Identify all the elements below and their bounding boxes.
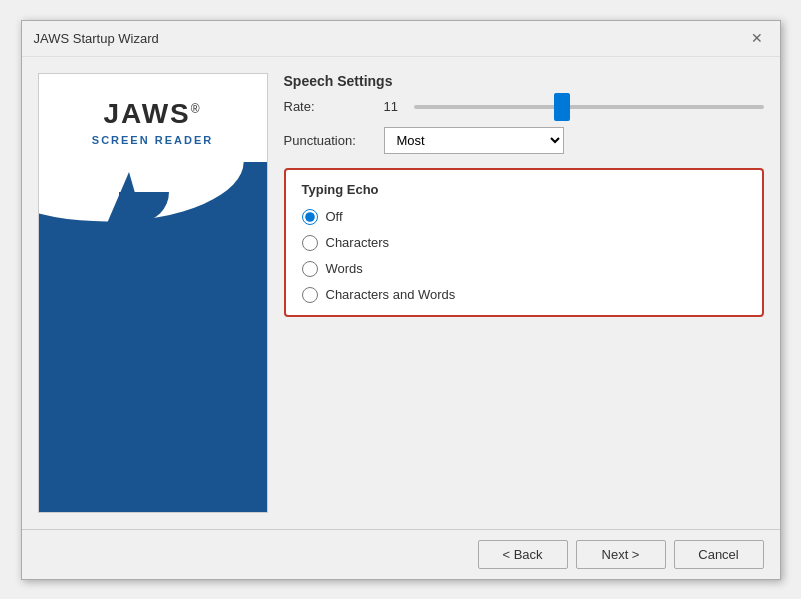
settings-panel: Speech Settings Rate: 11 Punctuation: [284, 73, 764, 513]
shark-illustration [39, 162, 267, 512]
close-button[interactable]: ✕ [746, 27, 768, 49]
slider-track [414, 105, 764, 109]
back-button[interactable]: < Back [478, 540, 568, 569]
dialog-body: JAWS® SCREEN READER Speech Settings Rate… [22, 57, 780, 529]
echo-off-radio[interactable] [302, 209, 318, 225]
echo-off-label: Off [326, 209, 343, 224]
speech-settings-title: Speech Settings [284, 73, 764, 89]
echo-words-radio[interactable] [302, 261, 318, 277]
logo-panel: JAWS® SCREEN READER [38, 73, 268, 513]
rate-slider-container [414, 97, 764, 117]
punctuation-label: Punctuation: [284, 133, 374, 148]
typing-echo-group: Typing Echo Off Characters Words Charact… [284, 168, 764, 317]
rate-slider-thumb[interactable] [554, 93, 570, 121]
screen-reader-subtitle: SCREEN READER [92, 134, 213, 146]
punctuation-row: Punctuation: Most All Some None [284, 127, 764, 154]
echo-chars-words-label: Characters and Words [326, 287, 456, 302]
echo-chars-words-option[interactable]: Characters and Words [302, 287, 746, 303]
cancel-button[interactable]: Cancel [674, 540, 764, 569]
echo-chars-words-radio[interactable] [302, 287, 318, 303]
jaws-logo: JAWS® [103, 98, 201, 130]
echo-words-option[interactable]: Words [302, 261, 746, 277]
echo-characters-option[interactable]: Characters [302, 235, 746, 251]
punctuation-select[interactable]: Most All Some None [384, 127, 564, 154]
logo-top: JAWS® SCREEN READER [39, 74, 267, 162]
dialog-title: JAWS Startup Wizard [34, 31, 159, 46]
echo-characters-radio[interactable] [302, 235, 318, 251]
button-bar: < Back Next > Cancel [22, 529, 780, 579]
next-button[interactable]: Next > [576, 540, 666, 569]
dialog-window: JAWS Startup Wizard ✕ JAWS® SCREEN READE… [21, 20, 781, 580]
typing-echo-title: Typing Echo [302, 182, 746, 197]
rate-value: 11 [384, 99, 404, 114]
title-bar: JAWS Startup Wizard ✕ [22, 21, 780, 57]
echo-characters-label: Characters [326, 235, 390, 250]
echo-words-label: Words [326, 261, 363, 276]
echo-off-option[interactable]: Off [302, 209, 746, 225]
punctuation-dropdown-container: Most All Some None [384, 127, 764, 154]
fin-shape [99, 172, 149, 242]
rate-row: Rate: 11 [284, 97, 764, 117]
rate-label: Rate: [284, 99, 374, 114]
speech-settings-section: Speech Settings Rate: 11 Punctuation: [284, 73, 764, 154]
